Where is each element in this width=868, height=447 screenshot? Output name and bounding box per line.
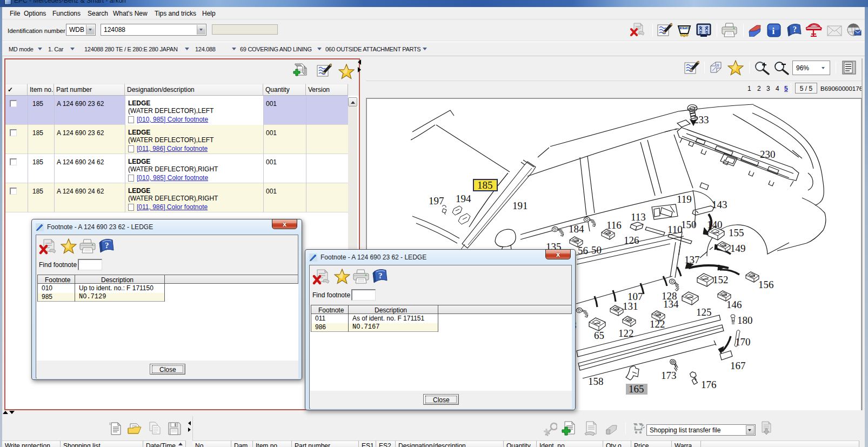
svg-text:155: 155 bbox=[729, 227, 744, 238]
svg-text:?: ? bbox=[793, 25, 797, 34]
svg-text:167: 167 bbox=[730, 360, 746, 371]
svg-text:150: 150 bbox=[681, 219, 697, 230]
svg-text:122: 122 bbox=[650, 318, 665, 330]
svg-text:50: 50 bbox=[591, 244, 602, 256]
svg-text:152: 152 bbox=[713, 274, 729, 285]
svg-text:122: 122 bbox=[618, 328, 634, 339]
svg-text:185: 185 bbox=[477, 179, 493, 191]
svg-text:110: 110 bbox=[667, 224, 683, 235]
svg-text:65: 65 bbox=[594, 330, 604, 341]
svg-text:191: 191 bbox=[512, 200, 528, 211]
svg-text:197: 197 bbox=[429, 195, 444, 206]
svg-text:149: 149 bbox=[730, 243, 746, 254]
svg-text:131: 131 bbox=[623, 301, 638, 312]
svg-text:126: 126 bbox=[624, 235, 639, 246]
svg-text:134: 134 bbox=[663, 298, 679, 310]
svg-text:230: 230 bbox=[760, 149, 776, 160]
svg-text:119: 119 bbox=[677, 194, 692, 205]
svg-text:156: 156 bbox=[758, 279, 774, 290]
svg-text:180: 180 bbox=[737, 315, 753, 326]
svg-text:158: 158 bbox=[588, 376, 604, 387]
svg-text:125: 125 bbox=[696, 306, 712, 318]
svg-text:137: 137 bbox=[684, 254, 700, 265]
svg-text:170: 170 bbox=[735, 336, 751, 348]
svg-text:176: 176 bbox=[701, 379, 717, 390]
svg-text:165: 165 bbox=[629, 383, 644, 395]
svg-text:116: 116 bbox=[606, 219, 622, 231]
svg-text:233: 233 bbox=[693, 114, 709, 125]
svg-text:113: 113 bbox=[631, 211, 646, 223]
svg-text:194: 194 bbox=[456, 193, 471, 204]
svg-text:?: ? bbox=[105, 241, 109, 250]
svg-text:i: i bbox=[772, 26, 775, 36]
svg-text:140: 140 bbox=[707, 219, 723, 230]
svg-text:184: 184 bbox=[569, 223, 584, 235]
svg-text:?: ? bbox=[378, 271, 383, 280]
svg-text:173: 173 bbox=[661, 370, 677, 381]
svg-text:146: 146 bbox=[726, 299, 742, 310]
svg-text:143: 143 bbox=[712, 199, 727, 210]
svg-text:56: 56 bbox=[578, 245, 588, 256]
